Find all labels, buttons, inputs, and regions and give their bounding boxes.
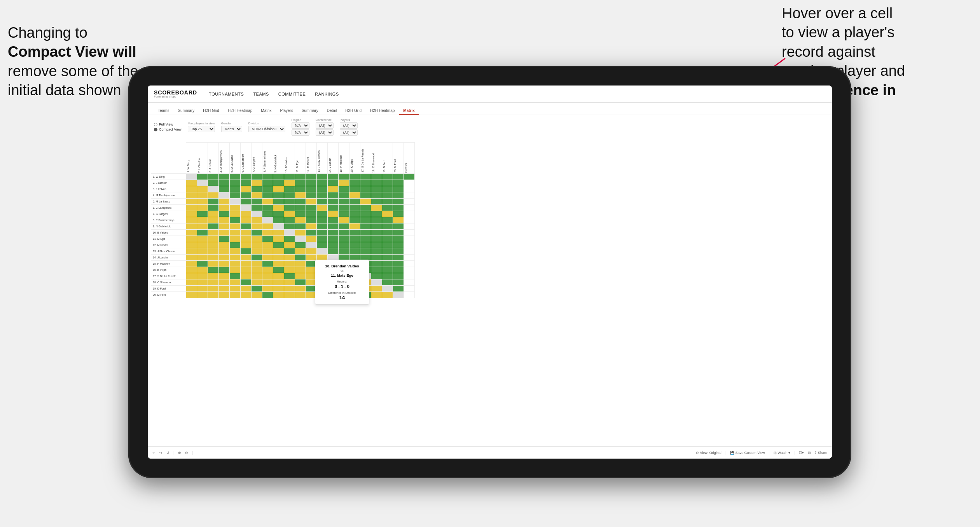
- cell-r12-c13[interactable]: [328, 248, 339, 255]
- cell-r18-c4[interactable]: [230, 286, 241, 292]
- cell-r12-c1[interactable]: [197, 248, 208, 255]
- cell-r11-c3[interactable]: [219, 242, 230, 248]
- cell-r4-c2[interactable]: [208, 199, 219, 205]
- cell-r13-c7[interactable]: [262, 255, 273, 261]
- cell-r4-c20[interactable]: [404, 199, 415, 205]
- cell-r16-c6[interactable]: [252, 273, 262, 279]
- cell-r4-c14[interactable]: [339, 199, 349, 205]
- cell-r10-c9[interactable]: [284, 236, 295, 242]
- cell-r19-c5[interactable]: [241, 292, 252, 298]
- tab-players[interactable]: Players: [276, 107, 297, 115]
- cell-r8-c3[interactable]: [219, 223, 230, 230]
- cell-r12-c5[interactable]: [241, 248, 252, 255]
- cell-r16-c18[interactable]: [382, 273, 393, 279]
- cell-r4-c4[interactable]: [230, 199, 241, 205]
- cell-r2-c7[interactable]: [262, 186, 273, 192]
- cell-r10-c10[interactable]: [295, 236, 306, 242]
- cell-r9-c17[interactable]: [371, 230, 382, 236]
- cell-r11-c2[interactable]: [208, 242, 219, 248]
- cell-r15-c17[interactable]: [371, 267, 382, 273]
- cell-r13-c9[interactable]: [284, 255, 295, 261]
- cell-r2-c5[interactable]: [241, 186, 252, 192]
- cell-r16-c10[interactable]: [295, 273, 306, 279]
- cell-r0-c16[interactable]: [360, 174, 371, 180]
- cell-r17-c20[interactable]: [404, 279, 415, 286]
- cell-r6-c14[interactable]: [339, 211, 349, 217]
- cell-r12-c7[interactable]: [262, 248, 273, 255]
- cell-r4-c15[interactable]: [349, 199, 360, 205]
- cell-r18-c9[interactable]: [284, 286, 295, 292]
- undo-btn[interactable]: ↩: [152, 451, 155, 455]
- cell-r13-c0[interactable]: [186, 255, 197, 261]
- cell-r11-c13[interactable]: [328, 242, 339, 248]
- cell-r13-c5[interactable]: [241, 255, 252, 261]
- compact-view-option[interactable]: Compact View: [154, 127, 182, 131]
- tab-h2h-heatmap-2[interactable]: H2H Heatmap: [366, 107, 398, 115]
- cell-r4-c8[interactable]: [273, 199, 284, 205]
- cell-r14-c19[interactable]: [393, 261, 404, 267]
- cell-r18-c20[interactable]: [404, 286, 415, 292]
- cell-r7-c1[interactable]: [197, 217, 208, 223]
- cell-r2-c20[interactable]: [404, 186, 415, 192]
- cell-r2-c12[interactable]: [317, 186, 328, 192]
- save-custom-btn[interactable]: 💾 Save Custom View: [730, 451, 765, 455]
- cell-r8-c2[interactable]: [208, 223, 219, 230]
- cell-r2-c1[interactable]: [197, 186, 208, 192]
- settings-btn[interactable]: ⊙: [185, 451, 188, 455]
- cell-r13-c2[interactable]: [208, 255, 219, 261]
- cell-r12-c10[interactable]: [295, 248, 306, 255]
- cell-r13-c18[interactable]: [382, 255, 393, 261]
- cell-r5-c20[interactable]: [404, 205, 415, 211]
- cell-r9-c19[interactable]: [393, 230, 404, 236]
- cell-r11-c1[interactable]: [197, 242, 208, 248]
- cell-r16-c0[interactable]: [186, 273, 197, 279]
- cell-r19-c8[interactable]: [273, 292, 284, 298]
- cell-r1-c2[interactable]: [208, 180, 219, 186]
- cell-r6-c3[interactable]: [219, 211, 230, 217]
- cell-r5-c3[interactable]: [219, 205, 230, 211]
- region-select-1[interactable]: N/A: [292, 122, 309, 129]
- cell-r6-c2[interactable]: [208, 211, 219, 217]
- cell-r12-c16[interactable]: [360, 248, 371, 255]
- refresh-btn[interactable]: ↺: [166, 451, 169, 455]
- cell-r11-c0[interactable]: [186, 242, 197, 248]
- cell-r10-c15[interactable]: [349, 236, 360, 242]
- cell-r7-c20[interactable]: [404, 217, 415, 223]
- cell-r5-c7[interactable]: [262, 205, 273, 211]
- tab-teams[interactable]: Teams: [154, 107, 173, 115]
- cell-r7-c17[interactable]: [371, 217, 382, 223]
- cell-r2-c14[interactable]: [339, 186, 349, 192]
- cell-r10-c14[interactable]: [339, 236, 349, 242]
- cell-r9-c3[interactable]: [219, 230, 230, 236]
- cell-r6-c15[interactable]: [349, 211, 360, 217]
- cell-r0-c4[interactable]: [230, 174, 241, 180]
- cell-r4-c18[interactable]: [382, 199, 393, 205]
- cell-r5-c11[interactable]: [306, 205, 317, 211]
- cell-r15-c3[interactable]: [219, 267, 230, 273]
- gender-select[interactable]: Men's: [221, 126, 242, 132]
- cell-r10-c8[interactable]: [273, 236, 284, 242]
- cell-r3-c16[interactable]: [360, 192, 371, 199]
- cell-r14-c20[interactable]: [404, 261, 415, 267]
- cell-r10-c0[interactable]: [186, 236, 197, 242]
- cell-r9-c9[interactable]: [284, 230, 295, 236]
- tab-summary-1[interactable]: Summary: [174, 107, 198, 115]
- cell-r2-c6[interactable]: [252, 186, 262, 192]
- cell-r7-c16[interactable]: [360, 217, 371, 223]
- cell-r3-c10[interactable]: [295, 192, 306, 199]
- cell-r0-c19[interactable]: [393, 174, 404, 180]
- cell-r2-c18[interactable]: [382, 186, 393, 192]
- cell-r18-c2[interactable]: [208, 286, 219, 292]
- cell-r2-c2[interactable]: [208, 186, 219, 192]
- cell-r6-c11[interactable]: [306, 211, 317, 217]
- cell-r7-c10[interactable]: [295, 217, 306, 223]
- cell-r13-c17[interactable]: [371, 255, 382, 261]
- cell-r5-c18[interactable]: [382, 205, 393, 211]
- cell-r6-c1[interactable]: [197, 211, 208, 217]
- cell-r17-c18[interactable]: [382, 279, 393, 286]
- cell-r1-c11[interactable]: [306, 180, 317, 186]
- cell-r19-c1[interactable]: [197, 292, 208, 298]
- full-view-option[interactable]: Full View: [154, 122, 182, 126]
- cell-r5-c2[interactable]: [208, 205, 219, 211]
- cell-r13-c10[interactable]: [295, 255, 306, 261]
